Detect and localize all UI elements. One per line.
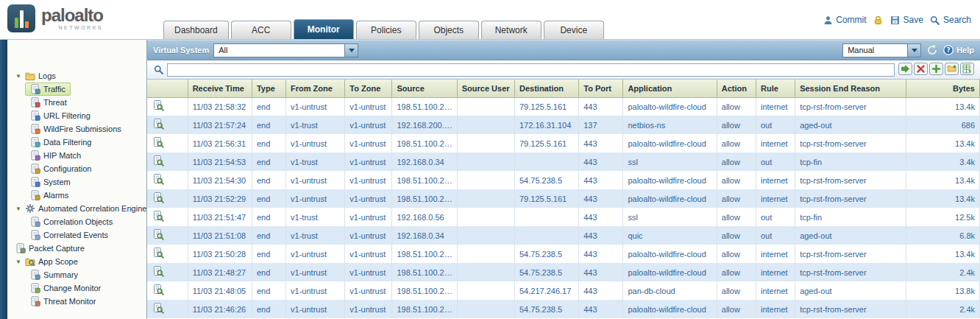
save-filter-button[interactable] xyxy=(945,63,959,77)
column-header-to-port[interactable]: To Port xyxy=(579,80,623,97)
column-header-destination[interactable]: Destination xyxy=(514,80,578,97)
help-link[interactable]: ? Help xyxy=(943,45,974,55)
sidebar-item-app-scope[interactable]: ▼App Scope xyxy=(10,255,83,268)
virtual-system-value[interactable]: All xyxy=(213,43,344,57)
log-detail-icon[interactable] xyxy=(153,229,164,240)
log-row[interactable]: 11/03 21:51:47endv1-trustv1-untrust192.1… xyxy=(147,208,980,226)
cell-session-end-reason: tcp-rst-from-server xyxy=(795,189,906,208)
log-detail-icon[interactable] xyxy=(153,211,164,222)
log-detail-icon[interactable] xyxy=(153,155,164,166)
refresh-interval-dropdown-button[interactable] xyxy=(907,43,921,57)
cell-action: allow xyxy=(717,134,756,153)
column-header-source[interactable]: Source xyxy=(392,80,457,97)
log-row[interactable]: 11/03 21:54:30endv1-untrustv1-untrust198… xyxy=(147,171,980,189)
log-row[interactable]: 11/03 21:51:08endv1-trustv1-untrust192.1… xyxy=(147,226,980,245)
log-row[interactable]: 11/03 21:48:05endv1-untrustv1-untrust198… xyxy=(147,281,980,300)
sidebar-item-correlated-events[interactable]: Correlated Events xyxy=(25,228,113,242)
column-header-application[interactable]: Application xyxy=(623,80,717,97)
packet-capture-icon xyxy=(15,243,26,253)
log-detail-icon[interactable] xyxy=(153,174,164,185)
log-filter-bar xyxy=(147,60,980,80)
export-button[interactable] xyxy=(960,63,974,77)
log-row[interactable]: 11/03 21:56:31endv1-untrustv1-untrust198… xyxy=(147,134,980,153)
column-header-action[interactable]: Action xyxy=(717,80,756,97)
cell-to-zone: v1-untrust xyxy=(345,226,392,245)
refresh-icon[interactable] xyxy=(926,44,938,56)
save-link[interactable]: Save xyxy=(890,15,923,25)
clear-filter-button[interactable] xyxy=(914,63,928,77)
column-header-bytes[interactable]: Bytes xyxy=(906,80,979,97)
log-detail-icon[interactable] xyxy=(153,100,164,111)
log-detail-icon[interactable] xyxy=(153,192,164,203)
tab-device[interactable]: Device xyxy=(544,21,604,39)
log-row[interactable]: 11/03 21:57:24endv1-trustv1-untrust192.1… xyxy=(147,116,980,134)
sidebar-item-change-monitor[interactable]: Change Monitor xyxy=(25,281,106,295)
log-detail-icon[interactable] xyxy=(153,137,164,148)
tab-dashboard[interactable]: Dashboard xyxy=(163,21,229,39)
tab-monitor[interactable]: Monitor xyxy=(294,19,354,39)
sidebar-item-configuration[interactable]: Configuration xyxy=(25,162,96,175)
cell-receive-time: 11/03 21:52:29 xyxy=(188,189,252,208)
log-detail-icon[interactable] xyxy=(153,119,164,130)
log-row[interactable]: 11/03 21:52:29endv1-untrustv1-untrust198… xyxy=(147,189,980,208)
sidebar-item-correlation-objects[interactable]: Correlation Objects xyxy=(25,215,118,228)
search-link[interactable]: Search xyxy=(930,15,971,25)
cell-type: end xyxy=(252,300,285,318)
tab-objects[interactable]: Objects xyxy=(419,21,479,39)
sidebar-item-label: Correlated Events xyxy=(43,231,108,239)
log-row[interactable]: 11/03 21:54:53endv1-trustv1-untrust192.1… xyxy=(147,153,980,171)
tab-acc[interactable]: ACC xyxy=(231,21,291,39)
log-detail-icon[interactable] xyxy=(153,266,164,277)
sidebar-item-logs[interactable]: ▼Logs xyxy=(10,69,61,83)
sidebar-item-wildfire-submissions[interactable]: WildFire Submissions xyxy=(25,122,127,136)
log-row[interactable]: 11/03 21:58:32endv1-untrustv1-untrust198… xyxy=(147,97,980,116)
sidebar-item-url-filtering[interactable]: URL Filtering xyxy=(25,109,96,122)
virtual-system-select[interactable]: All xyxy=(213,43,358,57)
log-row[interactable]: 11/03 21:48:27endv1-untrustv1-untrust198… xyxy=(147,263,980,281)
cell-to-port: 443 xyxy=(579,171,623,189)
commit-lock-icon[interactable] xyxy=(873,15,884,25)
sidebar-item-threat[interactable]: Threat xyxy=(25,96,72,109)
tab-policies[interactable]: Policies xyxy=(356,21,416,39)
sidebar-item-summary[interactable]: Summary xyxy=(25,268,83,281)
log-row[interactable]: 11/03 21:50:28endv1-untrustv1-untrust198… xyxy=(147,245,980,263)
sidebar-item-hip-match[interactable]: HIP Match xyxy=(25,149,86,162)
cell-from-zone: v1-untrust xyxy=(286,300,345,318)
log-row[interactable]: 11/03 21:46:26endv1-untrustv1-untrust198… xyxy=(147,300,980,318)
cell-detail xyxy=(147,226,188,245)
cell-source: 198.51.100.241 xyxy=(392,263,457,281)
refresh-interval-value[interactable]: Manual xyxy=(842,43,907,57)
sidebar-item-threat-monitor[interactable]: Threat Monitor xyxy=(25,295,102,308)
expand-arrow-icon[interactable]: ▼ xyxy=(15,73,22,80)
column-header-type[interactable]: Type xyxy=(252,80,285,97)
column-header-source-user[interactable]: Source User xyxy=(457,80,514,97)
refresh-interval-select[interactable]: Manual xyxy=(842,43,921,57)
expand-arrow-icon[interactable]: ▼ xyxy=(15,206,22,212)
commit-link[interactable]: Commit xyxy=(823,15,866,25)
sidebar-item-automated-correlation-engine[interactable]: ▼Automated Correlation Engine xyxy=(10,202,147,215)
column-header-rule[interactable]: Rule xyxy=(756,80,795,97)
sidebar-item-packet-capture[interactable]: Packet Capture xyxy=(10,242,90,255)
cell-to-port: 443 xyxy=(579,189,623,208)
sidebar-item-system[interactable]: System xyxy=(25,175,76,189)
sidebar-item-alarms[interactable]: Alarms xyxy=(25,189,74,202)
column-header-from-zone[interactable]: From Zone xyxy=(286,80,345,97)
log-detail-icon[interactable] xyxy=(153,303,164,314)
column-header-session-end-reason[interactable]: Session End Reason xyxy=(795,80,906,97)
virtual-system-dropdown-button[interactable] xyxy=(344,43,358,57)
log-table-header-row: Receive TimeTypeFrom ZoneTo ZoneSourceSo… xyxy=(147,80,980,97)
expand-arrow-icon[interactable]: ▼ xyxy=(15,259,22,265)
column-header-detail[interactable] xyxy=(147,80,188,97)
sidebar-item-data-filtering[interactable]: Data Filtering xyxy=(25,136,96,149)
tab-network[interactable]: Network xyxy=(481,21,542,39)
cell-application: ssl xyxy=(623,208,717,226)
add-filter-button[interactable] xyxy=(929,63,943,77)
wildfire-icon xyxy=(30,124,40,134)
sidebar-item-traffic[interactable]: Traffic xyxy=(25,83,71,96)
column-header-receive-time[interactable]: Receive Time xyxy=(188,80,252,97)
apply-filter-button[interactable] xyxy=(898,63,912,77)
log-detail-icon[interactable] xyxy=(153,248,164,259)
log-filter-input[interactable] xyxy=(167,63,895,77)
log-detail-icon[interactable] xyxy=(153,284,164,295)
column-header-to-zone[interactable]: To Zone xyxy=(345,80,392,97)
